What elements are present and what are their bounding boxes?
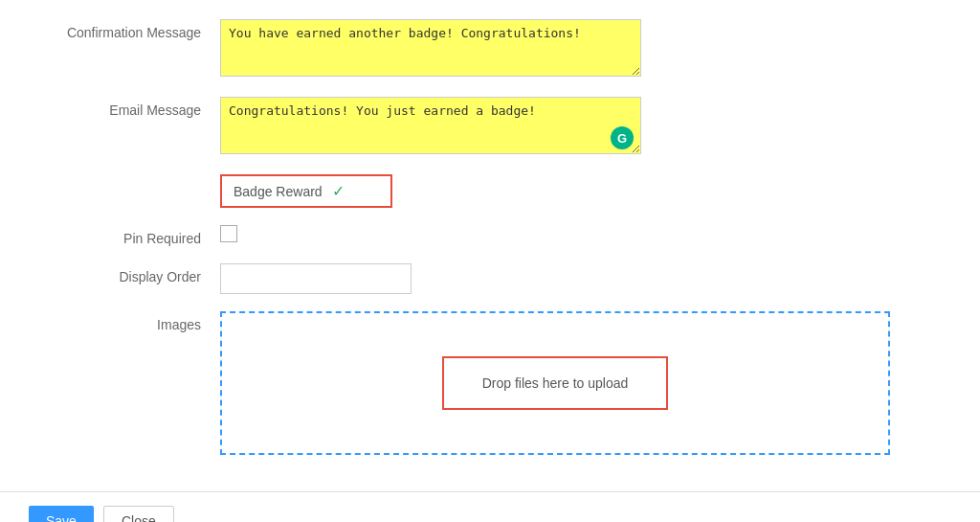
drop-files-text: Drop files here to upload [482, 375, 629, 391]
email-message-control: Congratulations! You just earned a badge… [220, 97, 951, 157]
confirmation-message-control: You have earned another badge! Congratul… [220, 19, 951, 79]
display-order-row: Display Order [29, 263, 951, 294]
badge-reward-label-spacer [29, 174, 220, 180]
email-message-label: Email Message [29, 97, 220, 118]
email-wrapper: Congratulations! You just earned a badge… [220, 97, 641, 157]
display-order-input[interactable] [220, 263, 412, 294]
email-message-row: Email Message Congratulations! You just … [29, 97, 951, 157]
confirmation-message-row: Confirmation Message You have earned ano… [29, 19, 951, 79]
confirmation-message-label: Confirmation Message [29, 19, 220, 40]
form-container: Confirmation Message You have earned ano… [0, 0, 980, 482]
drop-files-box[interactable]: Drop files here to upload [442, 356, 669, 410]
grammarly-icon[interactable]: G [611, 126, 634, 149]
pin-required-checkbox[interactable] [220, 225, 237, 242]
badge-reward-row: Badge Reward ✓ [29, 174, 951, 208]
footer-bar: Save Close [0, 491, 980, 522]
badge-reward-control: Badge Reward ✓ [220, 174, 951, 208]
badge-reward-checkmark-icon: ✓ [332, 182, 345, 200]
pin-required-control [220, 225, 951, 242]
images-control: Drop files here to upload [220, 311, 951, 455]
pin-required-row: Pin Required [29, 225, 951, 246]
display-order-control [220, 263, 951, 294]
display-order-label: Display Order [29, 263, 220, 284]
images-label: Images [29, 311, 220, 332]
badge-reward-text: Badge Reward [234, 184, 323, 199]
images-dropzone[interactable]: Drop files here to upload [220, 311, 890, 455]
save-button[interactable]: Save [29, 506, 94, 522]
email-message-input[interactable]: Congratulations! You just earned a badge… [220, 97, 641, 154]
images-row: Images Drop files here to upload [29, 311, 951, 455]
badge-reward-box[interactable]: Badge Reward ✓ [220, 174, 392, 208]
pin-required-label: Pin Required [29, 225, 220, 246]
close-button[interactable]: Close [103, 506, 174, 522]
confirmation-message-input[interactable]: You have earned another badge! Congratul… [220, 19, 641, 77]
